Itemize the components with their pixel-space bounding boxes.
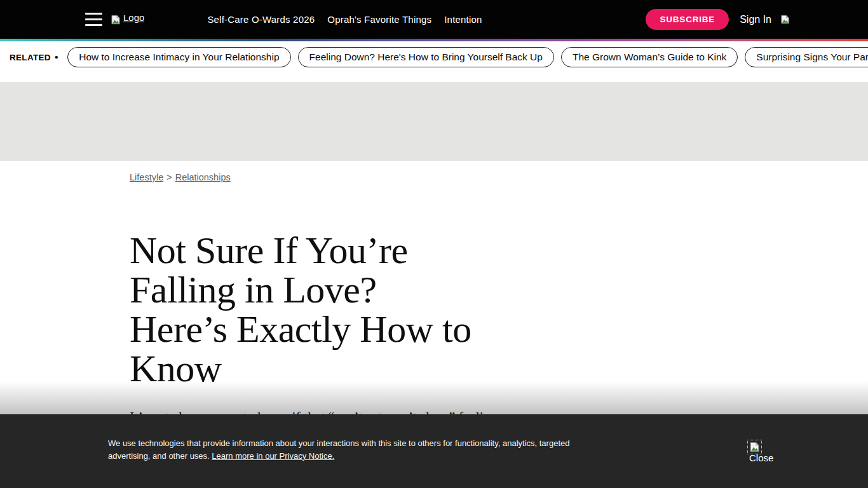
subscribe-button[interactable]: SUBSCRIBE <box>646 9 729 30</box>
nav-link-self-care-o-wards[interactable]: Self-Care O-Wards 2026 <box>207 14 315 25</box>
primary-nav: Self-Care O-Wards 2026 Oprah's Favorite … <box>207 14 482 25</box>
nav-link-oprahs-favorite-things[interactable]: Oprah's Favorite Things <box>327 14 431 25</box>
sign-in-link[interactable]: Sign In <box>740 14 771 25</box>
article-content: Lifestyle>Relationships Not Sure If You’… <box>0 171 868 426</box>
related-pill-guide-to-kink[interactable]: The Grown Woman’s Guide to Kink <box>561 47 738 67</box>
article-title: Not Sure If You’re Falling in Love? Here… <box>130 231 549 388</box>
privacy-notice-link[interactable]: Learn more in our Privacy Notice. <box>212 451 334 461</box>
cookie-consent-message: We use technologies that provide informa… <box>108 437 588 462</box>
breadcrumb-link-relationships[interactable]: Relationships <box>175 172 231 182</box>
logo-alt-text-clip: Logo <box>123 15 144 25</box>
account-broken-image-icon[interactable] <box>780 15 790 24</box>
close-button[interactable]: Close <box>747 440 773 463</box>
logo-alt-text: Logo <box>123 15 144 24</box>
related-pill-feeling-down[interactable]: Feeling Down? Here's How to Bring Yourse… <box>298 47 554 67</box>
site-logo-link[interactable]: Logo <box>111 15 144 25</box>
related-bullet-icon: ● <box>55 54 58 60</box>
related-pill-surprising-signs[interactable]: Surprising Signs Your Partner <box>745 47 868 67</box>
menu-hamburger-icon[interactable] <box>85 13 102 26</box>
close-button-label: Close <box>749 452 773 463</box>
related-links-bar: RELATED ● How to Increase Intimacy in Yo… <box>0 41 868 73</box>
cookie-consent-banner: We use technologies that provide informa… <box>0 414 868 488</box>
nav-link-intention[interactable]: Intention <box>444 14 482 25</box>
topbar-right-group: SUBSCRIBE Sign In <box>646 9 790 30</box>
breadcrumb: Lifestyle>Relationships <box>130 171 868 184</box>
top-navigation-bar: Logo Self-Care O-Wards 2026 Oprah's Favo… <box>0 0 868 39</box>
related-label: RELATED ● <box>10 53 58 62</box>
breadcrumb-link-lifestyle[interactable]: Lifestyle <box>130 172 163 182</box>
breadcrumb-separator: > <box>166 172 172 182</box>
ad-placeholder <box>0 82 868 161</box>
related-pill-intimacy[interactable]: How to Increase Intimacy in Your Relatio… <box>67 47 290 67</box>
broken-image-icon <box>111 15 121 25</box>
